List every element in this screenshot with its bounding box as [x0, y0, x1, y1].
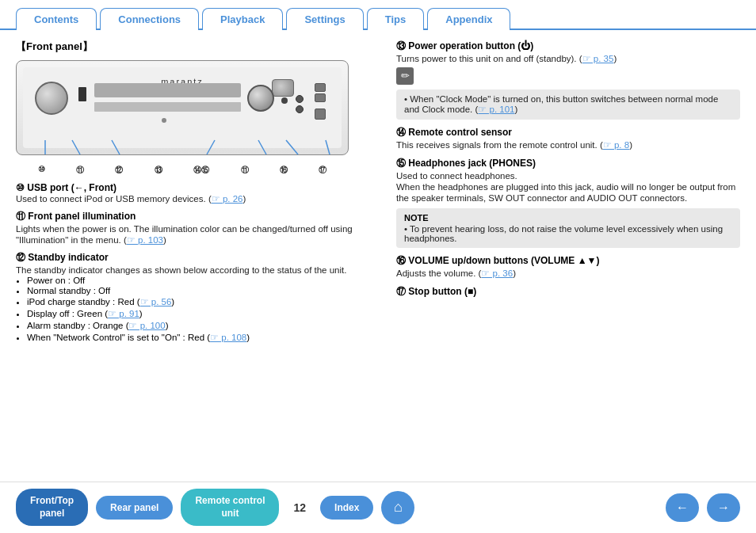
display-slot: [94, 83, 241, 97]
bottom-navigation: Front/Toppanel Rear panel Remote control…: [0, 482, 756, 532]
sensor: [281, 97, 288, 104]
ref-p26[interactable]: ☞ p. 26: [212, 194, 243, 204]
next-button[interactable]: →: [707, 493, 740, 522]
ref-p36[interactable]: ☞ p. 36: [481, 268, 513, 278]
usb-port: [78, 87, 86, 101]
device-illustration-wrapper: marantz: [16, 60, 349, 177]
standby-item-display: Display off : Green (☞ p. 91): [27, 308, 372, 319]
device-illustration: marantz: [16, 60, 349, 155]
dev-num-17: ⑰: [319, 165, 326, 176]
headphone-jack: [296, 95, 304, 103]
desc-stop-button: ⑰ Stop button (■): [396, 285, 740, 299]
standby-item-normal: Normal standby : Off: [27, 286, 372, 295]
dev-num-10: ⑩: [38, 165, 45, 176]
left-panel: 【Front panel】 marantz: [16, 40, 372, 475]
power-note: • When "Clock Mode" is turned on, this b…: [396, 89, 740, 120]
ref-p101[interactable]: ☞ p. 101: [478, 105, 514, 114]
section-title: 【Front panel】: [16, 40, 372, 54]
ref-p108[interactable]: ☞ p. 108: [210, 333, 246, 342]
dev-num-11b: ⑪: [241, 165, 249, 176]
desc-usb-port: ⑩ USB port (←, Front) Used to connect iP…: [16, 182, 372, 204]
standby-item-power: Power on : Off: [27, 276, 372, 285]
index-button[interactable]: Index: [320, 496, 373, 520]
cd-slot: [94, 102, 241, 112]
tab-tips[interactable]: Tips: [367, 8, 425, 30]
right-button-cluster: [272, 79, 294, 97]
pencil-icon: ✏: [396, 67, 414, 85]
page-number: 12: [293, 501, 306, 514]
prev-button[interactable]: ←: [666, 493, 699, 522]
desc-volume-buttons: ⑯ VOLUME up/down buttons (VOLUME ▲▼) Adj…: [396, 254, 740, 279]
indicator-dot: [162, 118, 166, 123]
home-button[interactable]: ⌂: [381, 491, 414, 524]
ref-p56[interactable]: ☞ p. 56: [140, 297, 172, 306]
right-knob: [247, 85, 274, 112]
left-knob: [35, 82, 68, 115]
tab-contents[interactable]: Contents: [16, 8, 97, 30]
headphone-area: [296, 95, 304, 113]
top-navigation: Contents Connections Playback Settings T…: [0, 6, 756, 30]
device-numbers: ⑩ ⑪ ⑫ ⑬ ⑭⑮ ⑪ ⑯ ⑰: [16, 163, 349, 177]
headphone-jack2: [296, 105, 304, 113]
standby-item-network: When "Network Control" is set to "On" : …: [27, 332, 372, 343]
ref-p8[interactable]: ☞ p. 8: [603, 140, 629, 150]
desc-remote-sensor: ⑭ Remote control sensor This receives si…: [396, 126, 740, 150]
tab-connections[interactable]: Connections: [100, 8, 199, 30]
ref-p35[interactable]: ☞ p. 35: [582, 54, 614, 63]
vol-up: [315, 83, 326, 92]
dev-num-11a: ⑪: [76, 165, 84, 176]
ref-p91[interactable]: ☞ p. 91: [108, 309, 139, 318]
standby-list: Power on : Off Normal standby : Off iPod…: [27, 276, 372, 343]
standby-item-alarm: Alarm standby : Orange (☞ p. 100): [27, 320, 372, 331]
power-button: [272, 79, 294, 97]
stop-button-device: [315, 109, 326, 120]
remote-control-button[interactable]: Remote controlunit: [181, 489, 279, 526]
dev-num-13: ⑬: [155, 165, 162, 176]
desc-standby: ⑫ Standby indicator The standby indicato…: [16, 251, 372, 343]
ref-p100[interactable]: ☞ p. 100: [128, 321, 165, 330]
ref-p103[interactable]: ☞ p. 103: [127, 235, 163, 245]
device-inner: marantz: [23, 67, 342, 148]
right-panel: ⑬ Power operation button (⏻) Turns power…: [388, 40, 740, 475]
standby-item-ipod: iPod charge standby : Red (☞ p. 56): [27, 296, 372, 307]
desc-headphones: ⑮ Headphones jack (PHONES) Used to conne…: [396, 157, 740, 248]
volume-buttons: [315, 83, 326, 102]
tab-settings[interactable]: Settings: [286, 8, 363, 30]
dev-num-16: ⑯: [280, 165, 288, 176]
desc-power-button: ⑬ Power operation button (⏻) Turns power…: [396, 40, 740, 120]
front-top-panel-button[interactable]: Front/Toppanel: [16, 489, 88, 526]
vol-down: [315, 93, 326, 102]
desc-illumination: ⑪ Front panel illumination Lights when t…: [16, 210, 372, 246]
headphones-note: NOTE • To prevent hearing loss, do not r…: [396, 208, 740, 248]
home-icon: ⌂: [394, 499, 403, 516]
rear-panel-button[interactable]: Rear panel: [96, 496, 173, 520]
dev-num-12: ⑫: [115, 165, 123, 176]
tab-playback[interactable]: Playback: [202, 8, 283, 30]
main-content: 【Front panel】 marantz: [0, 30, 756, 482]
tab-appendix[interactable]: Appendix: [427, 8, 510, 30]
dev-num-14-15: ⑭⑮: [193, 165, 209, 176]
